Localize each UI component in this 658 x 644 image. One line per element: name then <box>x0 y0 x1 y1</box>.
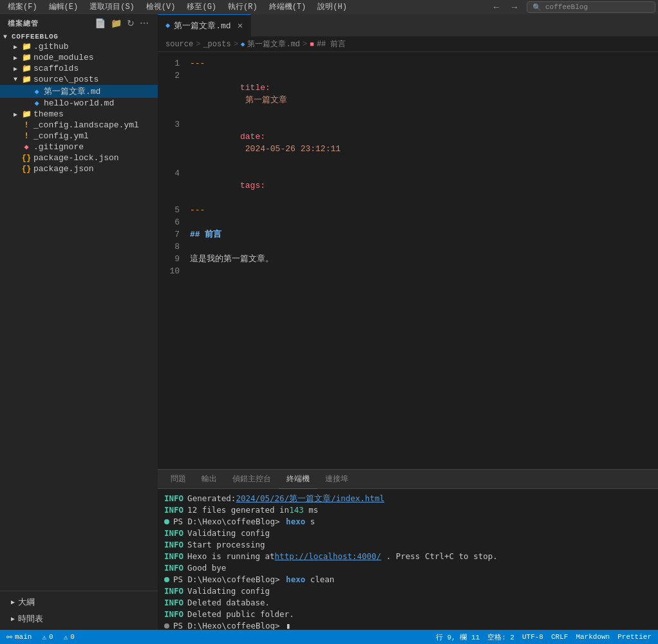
status-eol[interactable]: CRLF <box>551 632 568 642</box>
t-cmd-3: hexo <box>286 516 305 528</box>
sidebar-item-gitignore[interactable]: ◆ .gitignore <box>0 142 158 152</box>
sidebar-item-timeline[interactable]: ▶ 時間表 <box>0 611 158 627</box>
sidebar-item-config-yml[interactable]: ! _config.yml <box>0 131 158 142</box>
cursor-pos: 行 9, 欄 11 <box>436 632 480 642</box>
t-text-6b: . Press Ctrl+C to stop. <box>381 551 498 562</box>
t-info-11: INFO <box>164 609 183 620</box>
line-content-8 <box>190 241 658 253</box>
tab-terminal[interactable]: 終端機 <box>279 470 317 489</box>
terminal-line-3: PS D:\Hexo\coffeeBlog> hexo s <box>164 516 652 528</box>
breadcrumb-sep-3: > <box>303 40 307 49</box>
t-ms-2: 143 <box>289 504 304 516</box>
sidebar-item-hello-world[interactable]: ◆ hello-world.md <box>0 98 158 109</box>
terminal-content[interactable]: INFO Generated: 2024/05/26/第一篇文章/index.h… <box>158 489 658 630</box>
terminal-line-5: INFO Start processing <box>164 539 652 551</box>
status-formatter[interactable]: Prettier <box>617 632 652 642</box>
line-content-3: date: 2024-05-26 23:12:11 <box>190 118 658 167</box>
status-branch[interactable]: ⚯ main <box>6 633 32 641</box>
tab-bar: ◆ 第一篇文章.md ✕ <box>158 14 658 37</box>
menu-view[interactable]: 檢視(V) <box>141 0 181 14</box>
timeline-arrow: ▶ <box>8 615 18 623</box>
terminal-line-11: INFO Deleted public folder. <box>164 609 652 620</box>
line-content-7: ## 前言 <box>190 228 658 241</box>
menu-select[interactable]: 選取項目(S) <box>84 0 140 14</box>
t-cmd-8: hexo <box>286 574 305 585</box>
line-num-5: 5 <box>158 204 190 216</box>
t-cursor-12: ▮ <box>281 620 291 630</box>
breadcrumb-sep-1: > <box>196 40 200 49</box>
t-link-1[interactable]: 2024/05/26/第一篇文章/index.html <box>236 493 384 504</box>
status-language[interactable]: Markdown <box>576 632 610 642</box>
menu-file[interactable]: 檔案(F) <box>3 0 42 14</box>
label-themes: themes <box>32 109 158 119</box>
terminal-tabs: 問題 輸出 偵錯主控台 終端機 連接埠 <box>158 470 658 489</box>
sidebar-title: 檔案總管 <box>8 19 39 28</box>
search-text: coffeeBlog <box>545 3 588 11</box>
nav-back-button[interactable]: ← <box>489 2 503 12</box>
sidebar-item-package-lock[interactable]: {} package-lock.json <box>0 152 158 163</box>
breadcrumb-section-icon: ■ <box>310 41 314 48</box>
root-arrow: ▼ <box>0 33 10 41</box>
new-folder-button[interactable]: 📁 <box>109 18 123 28</box>
menubar-items: 檔案(F) 編輯(E) 選取項目(S) 檢視(V) 移至(G) 執行(R) 終端… <box>3 0 484 14</box>
status-cursor[interactable]: 行 9, 欄 11 <box>436 632 480 642</box>
menu-help[interactable]: 說明(H) <box>312 0 352 14</box>
label-hello-world: hello-world.md <box>42 98 158 108</box>
label-github: .github <box>32 42 158 51</box>
search-bar[interactable]: 🔍 coffeeBlog <box>527 1 655 13</box>
sidebar-item-package-json[interactable]: {} package.json <box>0 163 158 174</box>
error-icon: ⚠ <box>42 633 46 641</box>
label-source-posts: source\_posts <box>32 75 158 84</box>
refresh-button[interactable]: ↻ <box>126 18 136 28</box>
sidebar-item-github[interactable]: ▶ 📁 .github <box>0 41 158 52</box>
menu-terminal[interactable]: 終端機(T) <box>264 0 312 14</box>
breadcrumb-posts: _posts <box>203 40 230 49</box>
tab-problems[interactable]: 問題 <box>163 470 194 489</box>
dot-gray-12 <box>164 623 169 629</box>
label-package-json: package.json <box>32 164 158 174</box>
terminal-line-12: PS D:\Hexo\coffeeBlog> ▮ <box>164 620 652 630</box>
status-encoding[interactable]: UTF-8 <box>522 632 543 642</box>
folder-icon-scaffolds: 📁 <box>21 64 32 73</box>
right-panel: ◆ 第一篇文章.md ✕ source > _posts > ◆ 第一篇文章.m… <box>158 14 658 630</box>
tab-first-post[interactable]: ◆ 第一篇文章.md ✕ <box>158 14 251 37</box>
tab-close-button[interactable]: ✕ <box>238 20 243 31</box>
t-text-2: 12 files generated in <box>187 504 289 516</box>
breadcrumb: source > _posts > ◆ 第一篇文章.md > ■ ## 前言 <box>158 37 658 52</box>
more-actions-button[interactable]: ⋯ <box>138 18 150 28</box>
tree-root[interactable]: ▼ COFFEEBLOG <box>0 32 158 41</box>
fm-key-tags: tags: <box>240 181 265 190</box>
breadcrumb-sep-2: > <box>234 40 238 49</box>
sidebar-item-themes[interactable]: ▶ 📁 themes <box>0 109 158 120</box>
fm-val-title: 第一篇文章 <box>240 95 287 105</box>
menu-goto[interactable]: 移至(G) <box>182 0 221 14</box>
tab-ports[interactable]: 連接埠 <box>317 470 356 489</box>
sidebar-item-node-modules[interactable]: ▶ 📁 node_modules <box>0 52 158 63</box>
line-num-7: 7 <box>158 228 190 241</box>
sidebar-item-outline[interactable]: ▶ 大綱 <box>0 594 158 611</box>
editor-line-3: 3 date: 2024-05-26 23:12:11 <box>158 118 658 167</box>
breadcrumb-file-icon: ◆ <box>241 40 245 48</box>
tab-output[interactable]: 輸出 <box>194 470 225 489</box>
status-spaces[interactable]: 空格: 2 <box>487 632 514 642</box>
tab-debug-console[interactable]: 偵錯主控台 <box>225 470 279 489</box>
editor-line-8: 8 <box>158 241 658 253</box>
language-label: Markdown <box>576 633 610 641</box>
new-file-button[interactable]: 📄 <box>93 18 107 28</box>
label-first-post: 第一篇文章.md <box>42 86 158 97</box>
t-link-6[interactable]: http://localhost:4000/ <box>275 551 382 562</box>
sidebar-item-scaffolds[interactable]: ▶ 📁 scaffolds <box>0 63 158 74</box>
menu-run[interactable]: 執行(R) <box>223 0 263 14</box>
status-warnings[interactable]: ⚠ 0 <box>64 633 75 641</box>
menu-edit[interactable]: 編輯(E) <box>44 0 84 14</box>
sidebar-item-source-posts[interactable]: ▼ 📁 source\_posts <box>0 74 158 85</box>
md-icon-first-post: ◆ <box>31 87 42 97</box>
nav-forward-button[interactable]: → <box>507 2 522 12</box>
sidebar-item-first-post[interactable]: ◆ 第一篇文章.md <box>0 85 158 98</box>
formatter-label: Prettier <box>617 633 652 641</box>
sidebar-item-config-landscape[interactable]: ! _config.landscape.yml <box>0 120 158 131</box>
status-errors[interactable]: ⚠ 0 <box>42 633 53 641</box>
editor[interactable]: 1 --- 2 title: 第一篇文章 3 date: 2024-05-26 … <box>158 52 658 469</box>
editor-line-5: 5 --- <box>158 204 658 216</box>
editor-line-2: 2 title: 第一篇文章 <box>158 69 658 118</box>
